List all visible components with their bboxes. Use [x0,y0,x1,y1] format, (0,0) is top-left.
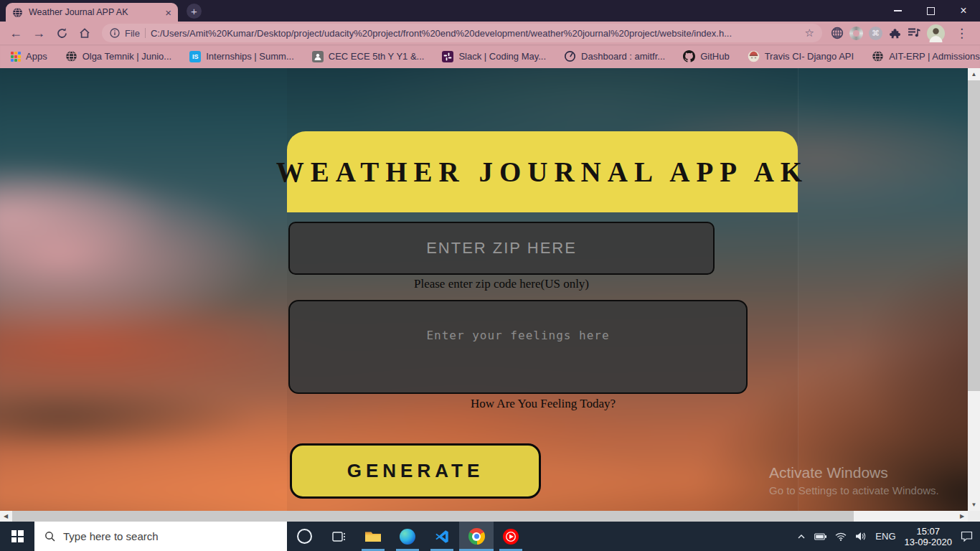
edge-button[interactable] [390,522,425,551]
dashboard-icon [564,50,576,62]
zip-caption: Please enter zip code here(US only) [287,277,716,291]
is-badge-icon: IS [189,51,201,62]
generate-button[interactable]: GENERATE [290,443,541,499]
grid-globe-extension-icon[interactable] [831,27,844,39]
window-controls: × [881,0,980,22]
scroll-right-icon[interactable]: ▶ [956,511,968,522]
swirl-extension-icon[interactable] [849,27,863,40]
search-icon [44,531,56,542]
action-center-icon[interactable] [961,531,973,542]
feelings-textarea[interactable] [288,300,748,394]
browser-menu-icon[interactable]: ⋮ [951,26,973,41]
desktop-screen: Weather Journal APP AK × + × ← → File C:… [0,0,980,551]
taskbar-search-box[interactable]: Type here to search [34,522,287,551]
browser-tab[interactable]: Weather Journal APP AK × [6,3,178,22]
minimize-icon [894,10,902,11]
cortana-button[interactable] [287,522,321,551]
windows-taskbar: Type here to search [0,522,980,551]
bookmarks-bar: Apps Olga Temnik | Junio... IS Internshi… [0,44,980,68]
youtube-music-button[interactable] [494,522,528,551]
vertical-scrollbar[interactable]: ▲ ▼ [968,68,980,511]
bookmark-label: Internships | Summ... [206,51,294,62]
time-label: 15:07 [905,526,953,537]
extensions-puzzle-icon[interactable] [888,27,902,40]
clock[interactable]: 15:07 13-09-2020 [905,526,953,547]
bookmark-label: Travis CI- Django API [765,51,854,62]
plus-icon: + [191,6,197,17]
weather-journal-app: WEATHER JOURNAL APP AK Please enter zip … [287,68,798,522]
bookmark-label: Dashboard : amitfr... [581,51,665,62]
windows-logo-icon [11,530,24,542]
vscode-icon [434,529,450,545]
bookmark-apps[interactable]: Apps [11,51,47,62]
task-view-button[interactable] [321,522,356,551]
home-button[interactable] [73,23,96,43]
person-icon [312,51,324,62]
language-indicator[interactable]: ENG [875,531,895,542]
vscode-button[interactable] [425,522,459,551]
start-button[interactable] [0,522,34,551]
chrome-button[interactable] [459,522,494,551]
page-title: WEATHER JOURNAL APP AK [276,156,809,188]
bookmark-label: Apps [26,51,47,62]
page-viewport: WEATHER JOURNAL APP AK Please enter zip … [0,68,980,522]
forward-button[interactable]: → [27,23,50,43]
scroll-down-icon[interactable]: ▼ [968,499,980,511]
maximize-button[interactable] [914,0,947,22]
bookmark-star-icon[interactable]: ☆ [805,27,814,39]
minimize-button[interactable] [881,0,914,22]
home-icon [78,27,91,39]
youtube-music-icon [503,529,519,545]
feelings-caption: How Are You Feeling Today? [314,397,773,411]
command-glyph: ⌘ [872,29,880,37]
new-tab-button[interactable]: + [187,4,202,19]
task-view-icon [332,531,346,542]
info-icon[interactable] [110,28,120,38]
command-extension-icon[interactable]: ⌘ [869,27,882,40]
back-button[interactable]: ← [4,23,27,43]
travis-icon [748,50,760,62]
bookmark-label: AIT-ERP | Admissions [889,51,980,62]
forward-icon: → [32,27,45,39]
battery-icon[interactable] [814,533,826,540]
zip-input[interactable] [288,222,715,275]
bookmark-dashboard[interactable]: Dashboard : amitfr... [564,50,665,62]
reload-icon [56,27,68,39]
bookmark-label: Slack | Coding May... [458,51,546,62]
horizontal-scrollbar-thumb[interactable] [12,511,854,522]
bookmark-internships[interactable]: IS Internships | Summ... [189,51,294,62]
url-text[interactable]: C:/Users/Amit%20Kumar/Desktop/project/ud… [151,28,800,39]
globe-icon [65,50,77,62]
tab-close-icon[interactable]: × [165,7,171,18]
profile-avatar[interactable] [927,24,945,42]
bookmark-cec-ece[interactable]: CEC ECE 5th Y Y1 &... [312,51,425,62]
bookmark-ait-erp[interactable]: AIT-ERP | Admissions [872,50,980,62]
browser-toolbar: ← → File C:/Users/Amit%20Kumar/Desktop/p… [0,22,980,44]
bookmark-travis-ci[interactable]: Travis CI- Django API [748,50,854,62]
maximize-icon [927,7,935,15]
globe-favicon-icon [12,7,23,18]
tray-chevron-up-icon[interactable] [797,534,806,540]
bookmark-slack[interactable]: Slack | Coding May... [442,51,546,62]
close-button[interactable]: × [947,0,980,22]
bookmark-label: Olga Temnik | Junio... [83,51,172,62]
scroll-left-icon[interactable]: ◀ [0,511,11,522]
bookmark-olga-temnik[interactable]: Olga Temnik | Junio... [65,50,172,62]
tab-title: Weather Journal APP AK [29,7,159,17]
horizontal-scrollbar[interactable]: ◀ ▶ [0,511,968,522]
bookmark-github[interactable]: GitHub [683,50,729,62]
playlist-extension-icon[interactable] [908,27,921,39]
file-explorer-button[interactable] [356,522,390,551]
url-scheme-label: File [125,28,140,39]
reload-button[interactable] [50,23,73,43]
volume-icon[interactable] [855,532,867,541]
close-icon: × [960,5,966,17]
cortana-icon [297,529,312,544]
address-bar[interactable]: File C:/Users/Amit%20Kumar/Desktop/proje… [102,24,822,42]
scroll-up-icon[interactable]: ▲ [968,68,980,80]
wifi-icon[interactable] [835,532,847,541]
date-label: 13-09-2020 [905,537,953,547]
search-placeholder: Type here to search [63,530,159,542]
vertical-scrollbar-thumb[interactable] [968,80,980,391]
back-icon: ← [9,27,22,39]
